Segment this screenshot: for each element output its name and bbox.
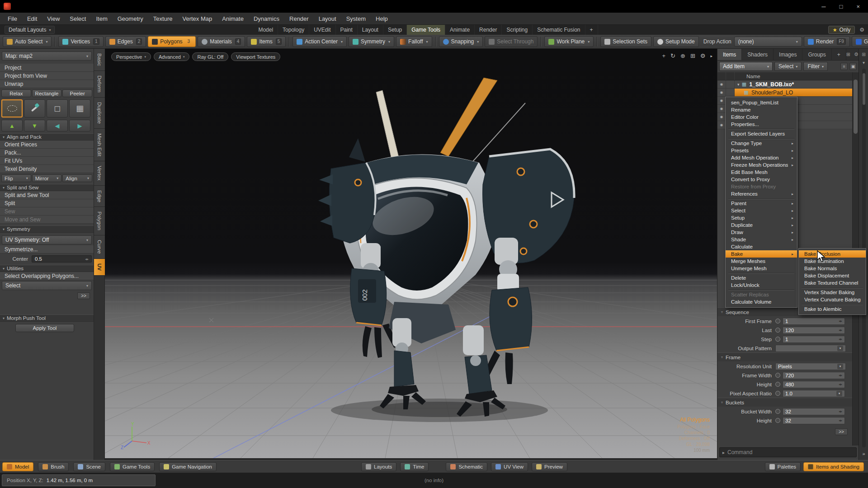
expand-arrow-icon[interactable]: ▾ (737, 82, 740, 87)
menu-animate[interactable]: Animate (217, 13, 249, 24)
context-menu-item-add-mesh-operation[interactable]: Add Mesh Operation▸ (726, 154, 797, 161)
spinner-arrows-icon[interactable]: ◂▸ (839, 409, 842, 413)
viewport-button-perspective[interactable]: Perspective▾ (111, 52, 151, 61)
uv-command-project-from-view[interactable]: Project from View (0, 72, 94, 80)
add-item-dropdown[interactable]: Add Item▾ (719, 62, 773, 71)
context-menu-item-sen-popup-itemlist[interactable]: sen_Popup_ItemList (726, 99, 797, 106)
toolbar-button-select-through[interactable]: Select Through (485, 36, 538, 47)
first-frame-field[interactable]: 1◂▸ (783, 318, 845, 325)
utility-select-dropdown[interactable]: Select▾ (2, 281, 92, 290)
layout-switch-model[interactable]: Model (2, 462, 33, 471)
section-symmetry[interactable]: ▾Symmetry (0, 225, 94, 233)
popover-button-uv-view[interactable]: UV View (491, 462, 528, 471)
visibility-eye-icon[interactable]: ◉ (717, 89, 726, 96)
utilities-more-button[interactable]: >> (77, 292, 90, 299)
render-eye-icon[interactable] (726, 89, 735, 96)
context-menu-item-presets[interactable]: Presets▸ (726, 147, 797, 154)
symmetrize-command[interactable]: Symmetrize... (0, 245, 94, 253)
align-command-pack[interactable]: Pack... (0, 149, 94, 157)
viewport-gear-icon[interactable]: ⚙ (700, 52, 706, 59)
layout-tab-render[interactable]: Render (475, 25, 502, 35)
scene-item-shoulderpad-lo[interactable]: ◉ShoulderPad_LO (717, 89, 852, 97)
envelope-toggle-icon[interactable] (775, 418, 780, 423)
context-menu-item-draw[interactable]: Draw▸ (726, 229, 797, 236)
bake-menu-item-bake-to-alembic[interactable]: Bake to Alembic (799, 305, 866, 313)
uv-symmetry-dropdown[interactable]: UV Symmetry: Off▾ (2, 235, 92, 244)
last-frame-field[interactable]: 120◂▸ (783, 327, 845, 334)
bake-menu-item-bake-displacement[interactable]: Bake Displacement (799, 272, 866, 279)
layout-tab-model[interactable]: Model (254, 25, 278, 35)
envelope-toggle-icon[interactable] (775, 391, 780, 396)
panel-tab-groups[interactable]: Groups (802, 49, 831, 60)
tool-tab-duplicate[interactable]: Duplicate (94, 98, 105, 129)
envelope-toggle-icon[interactable] (775, 337, 780, 342)
menu-layout[interactable]: Layout (314, 13, 341, 24)
toolbar-button-goz[interactable]: GoZ (852, 36, 868, 47)
menu-system[interactable]: System (341, 13, 371, 24)
maximize-button[interactable]: □ (840, 3, 843, 10)
panel-tab-images[interactable]: Images (774, 49, 802, 60)
cube-tool-button[interactable]: ◻ (47, 99, 68, 117)
expand-panel-icon[interactable]: ⊞ (846, 52, 850, 57)
bucket-height-field[interactable]: 32◂▸ (783, 417, 845, 424)
spinner-arrows-icon[interactable]: ◂▸ (839, 373, 842, 377)
toolbar-button-falloff[interactable]: Falloff▾ (396, 36, 432, 47)
splitsew-command-split-and-sew-tool[interactable]: Split and Sew Tool (0, 191, 94, 199)
context-menu-item-shade[interactable]: Shade▸ (726, 236, 797, 243)
panel-toggle-palettes[interactable]: Palettes (765, 462, 801, 471)
context-menu-item-select[interactable]: Select▸ (726, 207, 797, 214)
tool-tab-curve[interactable]: Curve (94, 235, 105, 259)
spinner-arrows-icon[interactable]: ◂▸ (839, 328, 842, 332)
envelope-toggle-icon[interactable] (775, 409, 780, 414)
thumbnail-mode-icon[interactable]: ▣ (849, 63, 857, 70)
layout-tab-paint[interactable]: Paint (336, 25, 358, 35)
bucket-width-field[interactable]: 32◂▸ (783, 408, 845, 415)
layout-switch-game-navigation[interactable]: Game Navigation (159, 462, 217, 471)
transform-tool-button[interactable] (24, 99, 45, 117)
panel-tab-shaders[interactable]: Shaders (742, 49, 774, 60)
panel-toggle-items-and-shading[interactable]: Items and Shading (803, 462, 864, 471)
orbit-icon[interactable]: ↻ (670, 52, 675, 59)
menu-dynamics[interactable]: Dynamics (249, 13, 284, 24)
layout-tab-topology[interactable]: Topology (278, 25, 309, 35)
frame-height-field[interactable]: 480◂▸ (783, 381, 845, 388)
zoom-icon[interactable]: ⊕ (680, 52, 685, 59)
splitsew-command-split[interactable]: Split (0, 199, 94, 207)
tool-tab-uv[interactable]: UV (94, 259, 105, 276)
menu-vertex-map[interactable]: Vertex Map (177, 13, 217, 24)
panel-tab-items[interactable]: Items (717, 49, 742, 60)
layout-tab-scripting[interactable]: Scripting (502, 25, 533, 35)
toolbar-button-work-plane[interactable]: Work Plane▾ (544, 36, 594, 47)
context-menu-item-duplicate[interactable]: Duplicate▸ (726, 221, 797, 229)
viewport-button-ray-gl-off[interactable]: Ray GL: Off (192, 52, 228, 61)
context-menu-item-unmerge-mesh[interactable]: Unmerge Mesh (726, 265, 797, 272)
envelope-toggle-icon[interactable] (775, 373, 780, 378)
context-menu-item-lock-unlock[interactable]: Lock/Unlock (726, 282, 797, 289)
context-menu-item-merge-meshes[interactable]: Merge Meshes (726, 258, 797, 265)
bake-menu-item-bake-textured-channel[interactable]: Bake Textured Channel (799, 279, 866, 286)
bake-menu-item-vertex-shader-baking[interactable]: Vertex Shader Baking (799, 289, 866, 296)
context-menu-item-parent[interactable]: Parent▸ (726, 200, 797, 207)
uv-button-peeler[interactable]: Peeler (62, 89, 92, 97)
context-menu-item-rename[interactable]: Rename (726, 106, 797, 113)
center-value-field[interactable]: 0.5◂▸ (32, 255, 92, 263)
ellipse-select-tool-button[interactable] (1, 99, 23, 117)
tool-tab-deform[interactable]: Deform (94, 71, 105, 98)
envelope-toggle-icon[interactable] (775, 382, 780, 387)
grid-toggle-icon[interactable]: ⊞ (690, 52, 695, 59)
move-down-button[interactable]: ▼ (24, 120, 45, 131)
toolbar-button-selection-sets[interactable]: Selection Sets (600, 36, 651, 47)
layout-tab-game-tools[interactable]: Game Tools (407, 25, 445, 35)
panel-tab[interactable]: + (832, 49, 846, 60)
envelope-toggle-icon[interactable] (775, 328, 780, 333)
collapse-arrow-icon[interactable]: ▸ (710, 54, 712, 58)
context-menu-item-change-type[interactable]: Change Type▸ (726, 140, 797, 147)
section-align-and-pack[interactable]: ▾Align and Pack (0, 133, 94, 141)
layout-tab-animate[interactable]: Animate (445, 25, 475, 35)
toolbar-button-materials[interactable]: Materials4 (198, 36, 245, 47)
layout-tab-setup[interactable]: Setup (383, 25, 407, 35)
section-frame[interactable]: ▿Frame (717, 352, 852, 361)
drop-action-dropdown[interactable]: (none)▾ (734, 37, 802, 47)
popover-button-schematic[interactable]: Schematic (446, 462, 487, 471)
context-menu-item-references[interactable]: References▸ (726, 190, 797, 197)
